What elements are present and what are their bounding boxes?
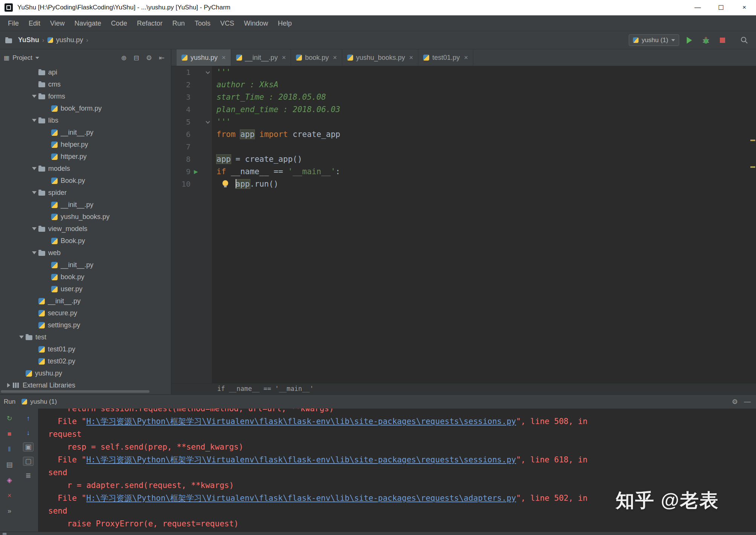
tree-item-book-py[interactable]: Book.py <box>0 235 171 247</box>
tree-item-httper-py[interactable]: httper.py <box>0 150 171 163</box>
tree-item-book-py[interactable]: Book.py <box>0 175 171 187</box>
run-panel-title[interactable]: Run <box>4 398 15 406</box>
hide-panel-icon[interactable]: — <box>744 398 751 406</box>
run-line-icon[interactable]: ▶ <box>194 166 198 178</box>
tab-yushu-py[interactable]: yushu.py× <box>177 49 231 66</box>
tree-item-book-py[interactable]: book.py <box>0 271 171 283</box>
console-settings-icon[interactable]: ⚙ <box>732 398 738 406</box>
tree-item-yushu-py[interactable]: yushu.py <box>0 367 171 379</box>
run-tab[interactable]: yushu (1) <box>21 398 57 406</box>
stop-button[interactable] <box>716 34 729 47</box>
tab-book-py[interactable]: book.py× <box>291 49 342 66</box>
tree-item-test02-py[interactable]: test02.py <box>0 355 171 367</box>
fold-icon[interactable] <box>206 70 210 74</box>
chevron-down-icon[interactable] <box>30 167 38 170</box>
chevron-down-icon[interactable] <box>30 119 38 122</box>
restore-window-icon[interactable]: ▣ <box>23 442 34 451</box>
close-button[interactable]: × <box>733 0 756 15</box>
traceback-link[interactable]: H:\学习资源\Python\框架学习\Virtualenv\flask\fla… <box>86 455 516 464</box>
close-tab-icon[interactable]: × <box>333 54 337 62</box>
chevron-down-icon[interactable] <box>17 336 26 339</box>
menu-tools[interactable]: Tools <box>190 15 215 31</box>
chevron-down-icon[interactable] <box>30 251 38 254</box>
tree-item-models[interactable]: models <box>0 163 171 175</box>
close-tab-icon[interactable]: × <box>222 54 226 62</box>
collapse-all-icon[interactable]: ⊟ <box>131 54 142 62</box>
menu-vcs[interactable]: VCS <box>215 15 239 31</box>
restore-layout-icon[interactable]: ▤ <box>4 460 15 469</box>
chevron-right-icon[interactable] <box>5 383 13 388</box>
attach-console-icon[interactable]: ◈ <box>4 476 15 485</box>
error-stripe-mark[interactable] <box>750 140 755 141</box>
tree-item-yushu-books-py[interactable]: yushu_books.py <box>0 211 171 223</box>
debug-button[interactable] <box>700 34 712 47</box>
pause-output-icon[interactable]: ‖ <box>4 445 15 454</box>
tab-test01-py[interactable]: test01.py× <box>418 49 473 66</box>
chevron-down-icon[interactable] <box>30 227 38 230</box>
tree-item-book-form-py[interactable]: book_form.py <box>0 102 171 114</box>
settings-icon[interactable]: ⚙ <box>143 54 155 62</box>
hide-icon[interactable]: ⇤ <box>156 54 167 62</box>
tree-item-helper-py[interactable]: helper.py <box>0 138 171 150</box>
menu-refactor[interactable]: Refactor <box>132 15 168 31</box>
tree-item-api[interactable]: api <box>0 66 171 78</box>
tree-item-web[interactable]: web <box>0 247 171 259</box>
horizontal-scrollbar[interactable] <box>1 390 149 393</box>
tree-item-libs[interactable]: libs <box>0 114 171 126</box>
tree-item-user-py[interactable]: user.py <box>0 283 171 295</box>
menu-run[interactable]: Run <box>168 15 190 31</box>
tab-yushu-books-py[interactable]: yushu_books.py× <box>342 49 419 66</box>
editor-code[interactable]: '''author : XksAstart_Time : 2018.05.08p… <box>212 66 756 383</box>
chevron-down-icon[interactable] <box>30 191 38 194</box>
move-panel-icon[interactable]: ▢ <box>23 457 34 466</box>
chevron-down-icon[interactable] <box>30 95 38 98</box>
tree-item-init-py[interactable]: __init__.py <box>0 199 171 211</box>
tree-item-spider[interactable]: spider <box>0 187 171 199</box>
tree-item-test01-py[interactable]: test01.py <box>0 343 171 355</box>
fold-icon[interactable] <box>206 119 210 123</box>
menu-window[interactable]: Window <box>239 15 273 31</box>
prev-occurrence-icon[interactable]: ↑ <box>23 414 34 423</box>
tree-item-view-models[interactable]: view_models <box>0 223 171 235</box>
tree-item-external-libraries[interactable]: External Libraries <box>0 379 171 389</box>
tree-item-init-py[interactable]: __init__.py <box>0 259 171 271</box>
close-tab-icon[interactable]: × <box>409 54 413 62</box>
menu-edit[interactable]: Edit <box>24 15 45 31</box>
menu-navigate[interactable]: Navigate <box>70 15 106 31</box>
close-tab-icon[interactable]: × <box>282 54 286 62</box>
breadcrumb-file[interactable]: yushu.py <box>47 36 83 44</box>
run-config-selector[interactable]: yushu (1) <box>629 34 679 46</box>
print-console-icon[interactable]: ≣ <box>23 471 34 480</box>
traceback-link[interactable]: H:\学习资源\Python\框架学习\Virtualenv\flask\fla… <box>86 494 516 503</box>
error-stripe-mark[interactable] <box>750 166 755 168</box>
tree-item-secure-py[interactable]: secure.py <box>0 307 171 319</box>
close-icon[interactable]: × <box>4 491 15 500</box>
tree-item-init-py[interactable]: __init__.py <box>0 126 171 138</box>
run-button[interactable] <box>683 34 696 47</box>
close-tab-icon[interactable]: × <box>464 54 468 62</box>
traceback-link[interactable]: H:\学习资源\Python\框架学习\Virtualenv\flask\fla… <box>86 417 516 426</box>
tree-item-init-py[interactable]: __init__.py <box>0 295 171 307</box>
maximize-button[interactable]: ☐ <box>709 0 733 15</box>
more-icon[interactable]: » <box>4 506 15 515</box>
menu-view[interactable]: View <box>45 15 70 31</box>
tab-init-py[interactable]: __init__.py× <box>231 49 291 66</box>
stop-icon[interactable]: ■ <box>4 429 15 438</box>
tree-item-cms[interactable]: cms <box>0 78 171 90</box>
editor[interactable]: 12345678▶910 '''author : XksAstart_Time … <box>171 66 756 383</box>
tree-item-settings-py[interactable]: settings.py <box>0 319 171 331</box>
minimize-button[interactable]: — <box>686 0 709 15</box>
rerun-icon[interactable]: ↻ <box>4 414 15 423</box>
search-everywhere-button[interactable] <box>738 34 751 47</box>
locate-icon[interactable]: ⊕ <box>119 54 130 62</box>
intention-bulb-icon[interactable] <box>223 180 228 186</box>
tree-item-test[interactable]: test <box>0 331 171 343</box>
menu-file[interactable]: File <box>3 15 24 31</box>
project-panel-title[interactable]: Project <box>12 54 32 62</box>
menu-code[interactable]: Code <box>106 15 132 31</box>
toolwindow-toggle-icon[interactable]: ▦ <box>2 532 7 535</box>
next-occurrence-icon[interactable]: ↓ <box>23 428 34 437</box>
menu-help[interactable]: Help <box>273 15 297 31</box>
tree-item-forms[interactable]: forms <box>0 90 171 102</box>
editor-breadcrumbs[interactable]: if __name__ == '__main__' <box>171 383 756 394</box>
